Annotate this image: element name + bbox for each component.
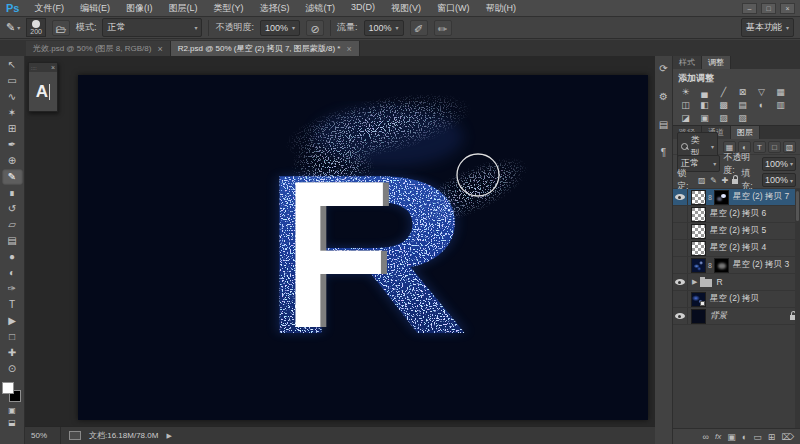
maximize-button[interactable]: □ <box>761 3 776 14</box>
panel-tab[interactable]: 调整 <box>702 56 731 69</box>
canvas[interactable]: R R R F F <box>78 75 648 420</box>
layer-mask-thumbnail[interactable] <box>714 190 729 205</box>
layer-mask-thumbnail[interactable] <box>714 258 729 273</box>
lock-pixels-icon[interactable]: ✎ <box>709 176 718 185</box>
blend-mode-select[interactable]: 正常 ▾ <box>102 18 202 37</box>
filter-shape-icon[interactable]: □ <box>768 141 781 153</box>
visibility-toggle[interactable] <box>673 308 688 324</box>
lasso-tool[interactable]: ∿ <box>2 89 23 105</box>
layer-row[interactable]: 8 星空 (2) 拷贝 3 <box>673 257 800 274</box>
adj-gradientmap-icon[interactable]: ▣ <box>695 112 714 125</box>
layers-scrollbar[interactable] <box>795 189 800 428</box>
layer-row[interactable]: ▶ R <box>673 274 800 291</box>
layer-row[interactable]: 星空 (2) 拷贝 5 <box>673 223 800 240</box>
layer-thumbnail[interactable] <box>691 241 706 256</box>
fill-select[interactable]: 100% ▾ <box>762 173 796 187</box>
lock-position-icon[interactable]: ✚ <box>721 176 730 185</box>
visibility-toggle[interactable] <box>673 206 688 222</box>
adj-posterize-icon[interactable]: ▥ <box>771 99 790 112</box>
workspace-switcher[interactable]: 基本功能 ▾ <box>741 18 794 37</box>
eyedropper-tool[interactable]: ✒ <box>2 137 23 153</box>
visibility-toggle[interactable] <box>673 223 688 239</box>
adj-photofilter-icon[interactable]: ▩ <box>714 99 733 112</box>
eraser-tool[interactable]: ▱ <box>2 217 23 233</box>
opacity-select[interactable]: 100% ▾ <box>260 20 300 36</box>
document-tab[interactable]: R2.psd @ 50% (星空 (2) 拷贝 7, 图层蒙版/8) * × <box>171 41 360 56</box>
path-selection-tool[interactable]: ▶ <box>2 313 23 329</box>
adj-colorbalance-icon[interactable]: ◫ <box>676 99 695 112</box>
filter-smart-icon[interactable]: ▧ <box>783 141 796 153</box>
adj-invert-icon[interactable]: ◐ <box>752 99 771 112</box>
dodge-tool[interactable]: ◐ <box>2 265 23 281</box>
zoom-level-field[interactable]: 50% <box>31 427 61 444</box>
close-button[interactable]: × <box>780 3 795 14</box>
magic-wand-tool[interactable]: ✶ <box>2 105 23 121</box>
menu-item[interactable]: 图像(I) <box>119 1 160 16</box>
history-panel-icon[interactable]: ⟳ <box>657 62 671 76</box>
blur-tool[interactable]: ● <box>2 249 23 265</box>
marquee-tool[interactable]: ▭ <box>2 73 23 89</box>
layer-thumbnail[interactable] <box>691 309 706 324</box>
hand-tool[interactable]: ✚ <box>2 345 23 361</box>
new-layer-icon[interactable]: ⊞ <box>768 430 776 444</box>
healing-brush-tool[interactable]: ⊕ <box>2 153 23 169</box>
group-expand-arrow[interactable]: ▶ <box>692 278 697 286</box>
floating-character-panel[interactable]: :::: × A <box>28 62 58 112</box>
pen-tool[interactable]: ✑ <box>2 281 23 297</box>
scrollbar-thumb[interactable] <box>796 191 799 221</box>
airbrush-icon[interactable]: ✐ <box>410 20 428 36</box>
visibility-toggle[interactable] <box>673 240 688 256</box>
visibility-toggle[interactable] <box>673 189 688 205</box>
layer-thumbnail[interactable] <box>691 190 706 205</box>
pressure-opacity-icon[interactable]: ⊘ <box>306 20 324 36</box>
menu-item[interactable]: 类型(Y) <box>206 1 250 16</box>
adj-hue-icon[interactable]: ▦ <box>771 86 790 99</box>
new-adjustment-layer-icon[interactable]: ◐ <box>742 430 747 444</box>
menu-item[interactable]: 视图(V) <box>384 1 428 16</box>
layer-opacity-select[interactable]: 100% ▾ <box>762 157 796 171</box>
clone-stamp-tool[interactable]: ∎ <box>2 185 23 201</box>
menu-item[interactable]: 滤镜(T) <box>298 1 342 16</box>
adj-selectivecolor-icon[interactable]: ▨ <box>714 112 733 125</box>
menu-item[interactable]: 帮助(H) <box>478 1 523 16</box>
adj-curves-icon[interactable]: ╱ <box>714 86 733 99</box>
menu-item[interactable]: 文件(F) <box>27 1 71 16</box>
lock-transparency-icon[interactable]: ▨ <box>698 176 707 185</box>
link-layers-icon[interactable]: ∞ <box>703 430 709 444</box>
toggle-brush-panel-icon[interactable]: 🗁 <box>52 20 70 36</box>
move-tool[interactable]: ↖ <box>2 57 23 73</box>
delete-layer-icon[interactable]: ⌦ <box>781 430 794 444</box>
foreground-color-swatch[interactable] <box>2 382 14 394</box>
paragraph-panel-icon[interactable]: ¶ <box>657 146 671 160</box>
adj-vibrance-icon[interactable]: ▽ <box>752 86 771 99</box>
adj-exposure-icon[interactable]: ⊠ <box>733 86 752 99</box>
adj-lookup-icon[interactable]: ▧ <box>733 112 752 125</box>
close-icon[interactable]: × <box>346 44 351 54</box>
layer-thumbnail[interactable] <box>691 258 706 273</box>
menu-item[interactable]: 编辑(E) <box>73 1 117 16</box>
lock-all-icon[interactable] <box>732 179 738 184</box>
gradient-tool[interactable]: ▤ <box>2 233 23 249</box>
menu-item[interactable]: 选择(S) <box>252 1 296 16</box>
adj-levels-icon[interactable]: ▄ <box>695 86 714 99</box>
new-group-icon[interactable]: ▭ <box>753 430 762 444</box>
flow-select[interactable]: 100% ▾ <box>364 20 404 36</box>
panel-tab[interactable]: 样式 <box>673 56 702 69</box>
add-mask-icon[interactable]: ▣ <box>727 430 736 444</box>
mini-panel-titlebar[interactable]: :::: × <box>29 63 57 72</box>
visibility-toggle[interactable] <box>673 257 688 273</box>
layer-thumbnail[interactable] <box>691 207 706 222</box>
visibility-toggle[interactable] <box>673 291 688 307</box>
brush-tool[interactable]: ✎ <box>2 169 23 185</box>
adj-blackwhite-icon[interactable]: ◧ <box>695 99 714 112</box>
close-icon[interactable]: × <box>157 44 162 54</box>
menu-item[interactable]: 图层(L) <box>161 1 204 16</box>
gear-panel-icon[interactable]: ⚙ <box>657 90 671 104</box>
document-tab[interactable]: 光效.psd @ 50% (图层 8, RGB/8) × <box>26 41 171 56</box>
status-menu-arrow-icon[interactable]: ▶ <box>166 432 171 440</box>
quick-mask-icon[interactable]: ▣ <box>2 405 23 417</box>
visibility-toggle[interactable] <box>673 274 688 290</box>
layer-thumbnail[interactable] <box>691 224 706 239</box>
layer-style-icon[interactable]: fx <box>715 430 721 444</box>
type-tool[interactable]: T <box>2 297 23 313</box>
